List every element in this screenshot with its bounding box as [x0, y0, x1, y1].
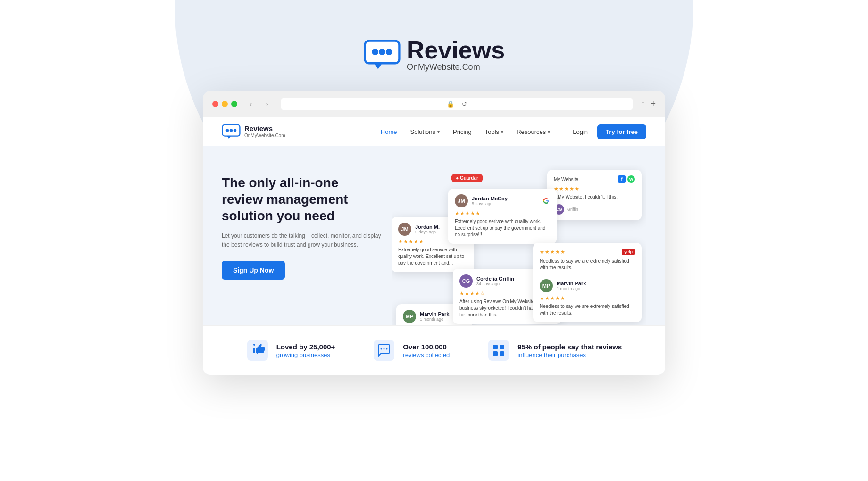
- browser-url-bar[interactable]: 🔒 ↺: [281, 98, 633, 110]
- site-logo-domain: OnMyWebsite.Com: [244, 133, 285, 138]
- browser-nav: ‹ ›: [245, 98, 273, 110]
- stat-text-reviews: Over 100,000 reviews collected: [403, 342, 450, 359]
- brand-logo-icon: [363, 40, 401, 70]
- brand-logo: Reviews OnMyWebsite.Com: [363, 38, 505, 72]
- browser-back-button[interactable]: ‹: [245, 98, 257, 110]
- dot-maximize[interactable]: [231, 101, 237, 107]
- brand-text-block: Reviews OnMyWebsite.Com: [407, 38, 505, 72]
- add-tab-icon[interactable]: +: [651, 99, 656, 109]
- chevron-down-icon: ▾: [437, 129, 440, 134]
- nav-tools[interactable]: Tools ▾: [479, 125, 509, 138]
- chevron-down-icon-2: ▾: [501, 129, 503, 134]
- stat-item-businesses: Loved by 25,000+ growing businesses: [246, 339, 335, 362]
- avatar: CG: [459, 274, 473, 288]
- site-logo-icon: [222, 124, 241, 139]
- browser-actions: ↑ +: [641, 99, 656, 109]
- review-card-right-top: My Website f W ★★★★★ ...My Website. I co…: [547, 170, 642, 220]
- svg-point-8: [234, 129, 236, 132]
- site-nav: Home Solutions ▾ Pricing Tools ▾ Resourc…: [375, 125, 556, 138]
- svg-point-14: [386, 348, 388, 350]
- review-cards-area: ● Guardar JM Jordan M. 5 days ago ★★★★★ …: [392, 165, 646, 325]
- chevron-down-icon-3: ▾: [548, 129, 550, 134]
- facebook-icon: f: [618, 175, 626, 183]
- svg-point-6: [226, 129, 229, 132]
- review-card-jordan: JM Jordan McCoy 5 days ago: [448, 189, 557, 244]
- svg-point-2: [379, 49, 385, 55]
- thumbs-up-icon: [246, 339, 269, 362]
- guardar-badge: ● Guardar: [451, 174, 483, 182]
- svg-rect-16: [493, 345, 498, 349]
- svg-marker-4: [374, 63, 382, 69]
- hero-section: The only all-in-one review management so…: [203, 146, 665, 325]
- yelp-icon: yelp: [622, 249, 635, 255]
- svg-point-1: [372, 49, 378, 55]
- page-wrapper: Reviews OnMyWebsite.Com ‹ › 🔒 ↺ ↑: [0, 0, 868, 481]
- brand-name: Reviews: [407, 38, 505, 62]
- chat-icon: [373, 339, 395, 362]
- browser-forward-button[interactable]: ›: [261, 98, 273, 110]
- site-navbar: Reviews OnMyWebsite.Com Home Solutions ▾…: [203, 117, 665, 146]
- svg-point-13: [384, 348, 385, 350]
- nav-home[interactable]: Home: [375, 125, 403, 138]
- site-logo[interactable]: Reviews OnMyWebsite.Com: [222, 124, 285, 139]
- svg-rect-11: [374, 340, 394, 361]
- svg-rect-19: [500, 351, 504, 356]
- svg-point-12: [381, 348, 382, 350]
- avatar: JM: [398, 223, 411, 236]
- hero-description: Let your customers do the talking – coll…: [222, 232, 382, 249]
- lock-icon: 🔒: [447, 100, 454, 108]
- avatar: MP: [540, 279, 553, 292]
- avatar: MP: [403, 310, 416, 323]
- browser-dots: [212, 101, 237, 107]
- svg-rect-18: [493, 351, 498, 356]
- google-icon: [542, 197, 550, 205]
- reload-icon[interactable]: ↺: [462, 100, 467, 108]
- share-icon[interactable]: ↑: [641, 99, 645, 109]
- hero-title: The only all-in-one review management so…: [222, 174, 382, 224]
- nav-resources[interactable]: Resources ▾: [511, 125, 556, 138]
- stat-text-influence: 95% of people say that reviews influence…: [517, 342, 622, 359]
- svg-point-3: [386, 49, 392, 55]
- dot-minimize[interactable]: [222, 101, 228, 107]
- svg-rect-17: [500, 345, 504, 349]
- nav-pricing[interactable]: Pricing: [447, 125, 477, 138]
- stat-item-reviews: Over 100,000 reviews collected: [373, 339, 450, 362]
- svg-rect-15: [488, 340, 509, 361]
- avatar: JM: [455, 194, 468, 207]
- stat-item-influence: 95% of people say that reviews influence…: [487, 339, 622, 362]
- brand-domain: OnMyWebsite.Com: [407, 62, 505, 72]
- browser-window: ‹ › 🔒 ↺ ↑ +: [203, 91, 665, 375]
- nav-solutions[interactable]: Solutions ▾: [405, 125, 445, 138]
- platform-icons: f W: [618, 175, 635, 183]
- dot-close[interactable]: [212, 101, 218, 107]
- grid-icon: [487, 339, 510, 362]
- brand-header: Reviews OnMyWebsite.Com: [363, 0, 505, 72]
- browser-chrome: ‹ › 🔒 ↺ ↑ +: [203, 91, 665, 117]
- signup-button[interactable]: Sign Up Now: [222, 261, 285, 280]
- site-logo-text: Reviews OnMyWebsite.Com: [244, 125, 285, 138]
- site-logo-reviews: Reviews: [244, 125, 285, 133]
- try-free-button[interactable]: Try for free: [597, 124, 646, 139]
- stat-text-businesses: Loved by 25,000+ growing businesses: [276, 342, 335, 359]
- svg-point-7: [230, 129, 233, 132]
- stats-bar: Loved by 25,000+ growing businesses Over…: [203, 325, 665, 375]
- nav-login-button[interactable]: Login: [567, 125, 593, 138]
- whatsapp-icon: W: [627, 175, 635, 183]
- svg-marker-9: [227, 136, 231, 139]
- review-card-marvin: ★★★★★ yelp Needless to say we are extrem…: [533, 243, 642, 322]
- hero-content: The only all-in-one review management so…: [222, 165, 382, 280]
